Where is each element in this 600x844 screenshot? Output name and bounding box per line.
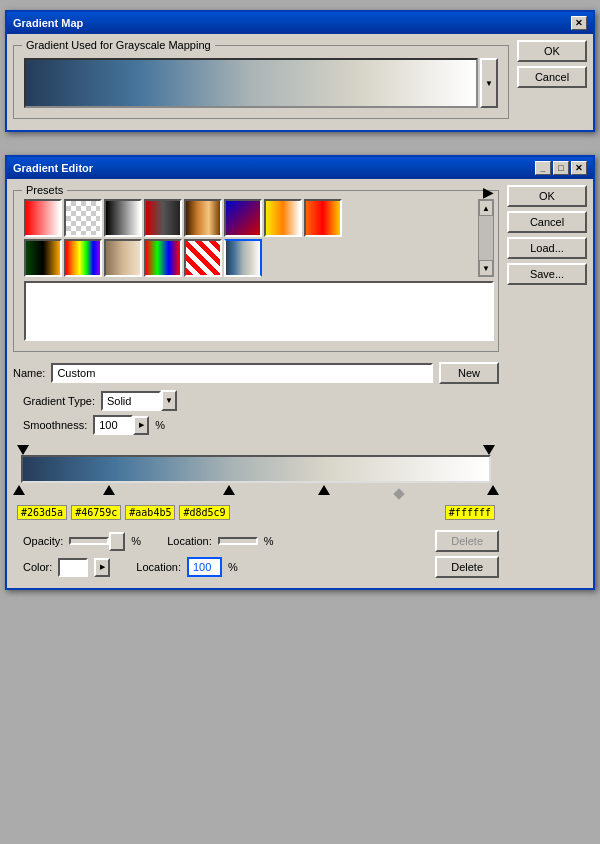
preset-yellow[interactable] xyxy=(264,199,302,237)
close-button[interactable]: ✕ xyxy=(571,16,587,30)
stop-label-ffffff[interactable]: #ffffff xyxy=(445,505,495,520)
preset-fg-bg[interactable] xyxy=(24,199,62,237)
preset-bw[interactable] xyxy=(104,199,142,237)
smoothness-label: Smoothness: xyxy=(23,419,87,431)
smoothness-field[interactable]: 100 xyxy=(93,415,133,435)
gradient-map-ok-button[interactable]: OK xyxy=(517,40,587,62)
color-row: Color: ▶ Location: % Delete xyxy=(13,556,499,578)
opacity-location-spinbox xyxy=(218,537,258,545)
delete-button-2[interactable]: Delete xyxy=(435,556,499,578)
opacity-location-field[interactable] xyxy=(218,537,258,545)
gradient-used-group: Gradient Used for Grayscale Mapping ▼ xyxy=(13,45,509,119)
scroll-down-arrow[interactable]: ▼ xyxy=(479,260,493,276)
stop-label-aab4b5[interactable]: #aab4b5 xyxy=(125,505,175,520)
delete-button-1[interactable]: Delete xyxy=(435,530,499,552)
editor-save-button[interactable]: Save... xyxy=(507,263,587,285)
opacity-stop-left[interactable] xyxy=(17,445,29,457)
opacity-row: Opacity: % Location: % Delete xyxy=(13,530,499,552)
opacity-stops-row xyxy=(17,441,495,455)
gradient-map-title: Gradient Map xyxy=(13,17,83,29)
preset-blue-red[interactable] xyxy=(224,199,262,237)
color-stop-45[interactable] xyxy=(223,485,235,497)
opacity-label: Opacity: xyxy=(23,535,63,547)
preset-checker[interactable] xyxy=(64,199,102,237)
name-label: Name: xyxy=(13,367,45,379)
preset-green-bk[interactable] xyxy=(24,239,62,277)
smoothness-spinbox-btn[interactable]: ▶ xyxy=(133,416,149,435)
presets-swatches xyxy=(24,199,476,277)
gradient-editor-content: Presets ▶ xyxy=(7,179,593,588)
gradient-type-label: Gradient Type: xyxy=(23,395,95,407)
presets-group: Presets ▶ xyxy=(13,190,499,352)
new-button[interactable]: New xyxy=(439,362,499,384)
gradient-type-dropdown-btn[interactable]: ▼ xyxy=(161,390,177,411)
gradient-map-preview[interactable] xyxy=(24,58,478,108)
presets-row-2 xyxy=(24,239,476,277)
preset-copper[interactable] xyxy=(184,199,222,237)
gradient-map-content: Gradient Used for Grayscale Mapping ▼ OK… xyxy=(7,34,593,130)
color-stop-labels: #263d5a #46759c #aab4b5 #d8d5c9 #ffffff xyxy=(17,505,495,520)
stop-label-263d5a[interactable]: #263d5a xyxy=(17,505,67,520)
opacity-spinbox-btn[interactable] xyxy=(109,532,125,551)
preset-custom[interactable] xyxy=(224,239,262,277)
presets-scrollbar[interactable]: ▲ ▼ xyxy=(478,199,494,277)
preset-red-bw[interactable] xyxy=(144,199,182,237)
color-stop-0[interactable] xyxy=(13,485,25,497)
opacity-field[interactable] xyxy=(69,537,109,545)
presets-empty-area xyxy=(24,281,494,341)
presets-expand-icon[interactable]: ▶ xyxy=(483,184,494,200)
gradient-editor-title: Gradient Editor xyxy=(13,162,93,174)
color-swatch[interactable] xyxy=(58,558,88,577)
maximize-button[interactable]: □ xyxy=(553,161,569,175)
opacity-unit: % xyxy=(131,535,141,547)
editor-ok-button[interactable]: OK xyxy=(507,185,587,207)
gradient-map-dropdown-arrow[interactable]: ▼ xyxy=(480,58,498,108)
gradient-editor-title-bar: Gradient Editor _ □ ✕ xyxy=(7,157,593,179)
gradient-type-row: Gradient Type: Solid ▼ xyxy=(13,390,499,411)
preset-tan[interactable] xyxy=(104,239,142,277)
editor-title-bar-buttons: _ □ ✕ xyxy=(535,161,587,175)
smoothness-unit: % xyxy=(155,419,165,431)
scroll-thumb[interactable] xyxy=(479,216,493,260)
midpoint-diamond[interactable] xyxy=(395,488,403,500)
preset-rainbow2[interactable] xyxy=(144,239,182,277)
preset-stripes[interactable] xyxy=(184,239,222,277)
editor-cancel-button[interactable]: Cancel xyxy=(507,211,587,233)
editor-close-button[interactable]: ✕ xyxy=(571,161,587,175)
opacity-location-unit: % xyxy=(264,535,274,547)
smoothness-row: Smoothness: 100 ▶ % xyxy=(13,415,499,435)
gradient-editor-buttons: OK Cancel Load... Save... xyxy=(507,185,587,582)
gradient-map-buttons: OK Cancel xyxy=(517,40,587,124)
editor-load-button[interactable]: Load... xyxy=(507,237,587,259)
gradient-map-cancel-button[interactable]: Cancel xyxy=(517,66,587,88)
name-row: Name: New xyxy=(13,362,499,384)
gradient-type-field[interactable]: Solid xyxy=(101,391,161,411)
gradient-map-title-bar: Gradient Map ✕ xyxy=(7,12,593,34)
presets-inner: ▲ ▼ xyxy=(24,199,494,277)
gradient-used-label: Gradient Used for Grayscale Mapping xyxy=(22,39,215,51)
color-stop-100[interactable] xyxy=(487,485,499,497)
opacity-location-label: Location: xyxy=(167,535,212,547)
opacity-stop-right[interactable] xyxy=(483,445,495,457)
gradient-editor-window: Gradient Editor _ □ ✕ Presets ▶ xyxy=(5,155,595,590)
gradient-map-left: Gradient Used for Grayscale Mapping ▼ xyxy=(13,40,509,124)
opacity-spinbox xyxy=(69,532,125,551)
name-input[interactable] xyxy=(51,363,433,383)
presets-row-1 xyxy=(24,199,476,237)
color-stop-65[interactable] xyxy=(318,485,330,497)
scroll-up-arrow[interactable]: ▲ xyxy=(479,200,493,216)
stop-label-46759c[interactable]: #46759c xyxy=(71,505,121,520)
preset-rainbow[interactable] xyxy=(64,239,102,277)
color-location-label: Location: xyxy=(136,561,181,573)
minimize-button[interactable]: _ xyxy=(535,161,551,175)
color-location-input[interactable] xyxy=(187,557,222,577)
preset-orange[interactable] xyxy=(304,199,342,237)
color-dropdown-btn[interactable]: ▶ xyxy=(94,558,110,577)
gradient-full-bar[interactable] xyxy=(21,455,491,483)
title-bar-buttons: ✕ xyxy=(571,16,587,30)
color-location-unit: % xyxy=(228,561,238,573)
gradient-editor-left: Presets ▶ xyxy=(13,185,499,582)
color-stop-20[interactable] xyxy=(103,485,115,497)
gradient-type-dropdown[interactable]: Solid ▼ xyxy=(101,390,177,411)
stop-label-d8d5c9[interactable]: #d8d5c9 xyxy=(179,505,229,520)
